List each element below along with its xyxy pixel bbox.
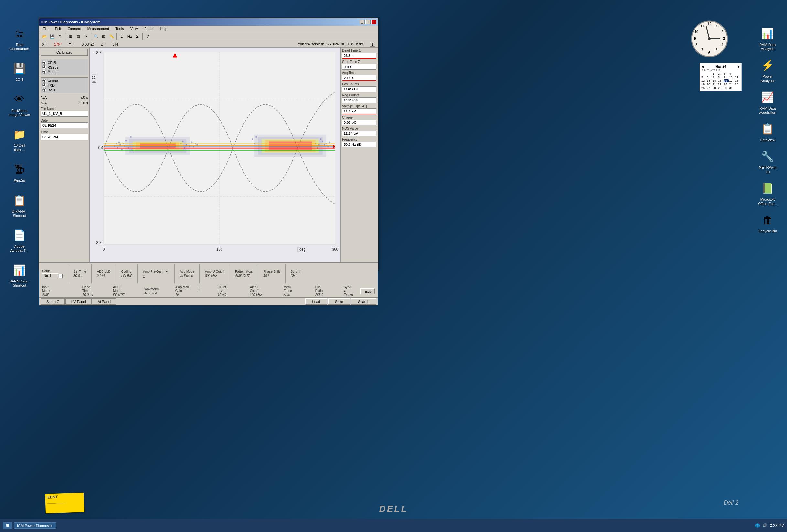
taskbar-sound-icon: 🔊 — [762, 523, 767, 528]
minimize-button[interactable]: _ — [360, 20, 365, 24]
phase-shift-group: Phase Shift 30 ° — [263, 270, 280, 278]
icon-rvm-analysis[interactable]: 📊 RVM DataAnalysis — [755, 26, 781, 51]
menu-panel[interactable]: Panel — [142, 26, 155, 31]
file-name-value: U1_1_KV_B — [41, 111, 88, 117]
toolbar-measure-icon[interactable]: 📏 — [108, 33, 115, 40]
clock-widget: 12 3 6 9 1 2 4 5 7 8 10 11 — [690, 19, 732, 61]
toolbar-print-icon[interactable]: 🖨 — [56, 33, 63, 40]
amp-u-cutoff-group: Amp U Cutoff 800 kHz — [205, 270, 225, 278]
setup-value[interactable]: No. 1 — [42, 273, 58, 278]
mem-erase-label: Mem Erase — [283, 285, 299, 292]
setup-checkbox[interactable]: ✓ — [59, 274, 63, 278]
rs232-radio[interactable]: RS232 — [42, 65, 86, 69]
icon-dataview[interactable]: 📋 DataView — [755, 121, 781, 142]
icon-adobe[interactable]: 📄 AdobeAcrobat 7... — [6, 227, 32, 253]
amp-u-cutoff-value: 800 kHz — [205, 274, 225, 278]
menu-tools[interactable]: Tools — [113, 26, 126, 31]
toolbar-chart2-icon[interactable]: ▤ — [75, 33, 82, 40]
coding-group: Coding LIN BIP — [121, 270, 132, 278]
icon-metrawin[interactable]: 🔧 METRAwin10 — [755, 149, 781, 174]
dead-time-label: Dead Time Σ — [342, 49, 376, 52]
menu-file[interactable]: File — [41, 26, 50, 31]
dirana-label: DIRANA -Shortcut — [12, 209, 27, 218]
toolbar-sigma-icon[interactable]: Σ — [134, 33, 141, 40]
total-commander-icon: 🗂 — [12, 26, 27, 41]
toolbar-wave-icon[interactable]: 〜 — [82, 33, 89, 40]
adc-lld-group: ADC LLD 2.0 % — [97, 270, 110, 278]
setup-g-tab[interactable]: Setup G — [41, 298, 65, 305]
toolbar-open-icon[interactable]: 📂 — [41, 33, 48, 40]
icon-sfra[interactable]: 📊 SFRA Data -Shortcut — [6, 262, 32, 288]
toolbar-save-icon[interactable]: 💾 — [48, 33, 56, 40]
txd-radio[interactable]: TXD — [42, 83, 86, 87]
icon-winzip[interactable]: 🗜 WinZip — [6, 162, 32, 183]
txd-label: TXD — [47, 83, 55, 87]
icon-total-commander[interactable]: 🗂 Total Commander — [6, 26, 32, 51]
bottom-panel: Setup No. 1 ✓ Set Time 30.0 s ADC LLD 2.… — [39, 262, 378, 304]
adobe-icon: 📄 — [12, 227, 27, 243]
coding-label: Coding — [121, 270, 132, 273]
taskbar-icm[interactable]: ICM Power Diagnostix — [14, 522, 56, 529]
hv-panel-tab[interactable]: HV Panel — [65, 298, 91, 305]
toolbar-help-icon[interactable]: ? — [144, 33, 151, 40]
nqs-value: 22.24 uA — [342, 131, 376, 136]
svg-point-56 — [322, 140, 323, 142]
voltage-value: 11.0 kV — [342, 108, 376, 114]
toolbar-freq-icon[interactable]: Hz — [126, 33, 133, 40]
icon-power-analyser[interactable]: ⚡ PowerAnalyser — [755, 58, 781, 83]
desktop-icons-left: 🗂 Total Commander 💾 EC-5 👁 FastStoneImag… — [6, 26, 32, 288]
menu-view[interactable]: View — [128, 26, 140, 31]
ec5-icon: 💾 — [12, 61, 27, 76]
menu-help[interactable]: Help — [158, 26, 169, 31]
amp-u-cutoff-label: Amp U Cutoff — [205, 270, 225, 273]
online-radio[interactable]: Online — [42, 79, 86, 83]
dirana-icon: 📋 — [12, 193, 27, 208]
div-ratio-value: 255.0 — [315, 293, 327, 297]
exit-button[interactable]: Exit — [360, 288, 375, 294]
load-button[interactable]: Load — [305, 298, 327, 305]
icon-dirana[interactable]: 📋 DIRANA -Shortcut — [6, 193, 32, 218]
adc-mode-group: ADC Mode FP NRT — [113, 285, 128, 297]
maximize-button[interactable]: □ — [365, 20, 370, 24]
close-button[interactable]: × — [371, 20, 376, 24]
icon-ms-office[interactable]: 📗 MicrosoftOffice Exc... — [755, 181, 781, 206]
calibrated-button[interactable]: Calibrated — [41, 49, 88, 56]
connection-group: GPIB RS232 Modem — [41, 59, 88, 75]
toolbar-phase-icon[interactable]: φ — [118, 33, 125, 40]
icon-recycle-bin[interactable]: 🗑 Recycle Bin — [755, 212, 781, 234]
icon-faststone[interactable]: 👁 FastStoneImage Viewer — [6, 92, 32, 117]
sync-in-group: Sync In CH 1 — [291, 270, 301, 278]
icon-rvm-acq[interactable]: 📈 RVM DataAcquisition — [755, 90, 781, 115]
txd-radio-dot — [42, 83, 46, 87]
icon-10dell[interactable]: 📁 10 Delldata ... — [6, 127, 32, 152]
save-button[interactable]: Save — [328, 298, 350, 305]
toolbar-sep1 — [65, 33, 65, 40]
mem-erase-group: Mem Erase Auto — [283, 285, 299, 297]
start-button[interactable]: ⊞ — [3, 522, 12, 529]
modem-radio[interactable]: Modem — [42, 70, 86, 74]
toolbar-fit-icon[interactable]: ⊞ — [100, 33, 107, 40]
amp-pre-gain-plus[interactable]: + — [165, 270, 169, 274]
ms-office-icon: 📗 — [760, 181, 775, 196]
menu-measurement[interactable]: Measurement — [85, 26, 111, 31]
svg-point-61 — [320, 138, 321, 140]
search-button[interactable]: Search — [351, 298, 376, 305]
amp-main-gain-minus[interactable]: - — [197, 287, 201, 291]
toolbar-sep4 — [142, 33, 143, 40]
menu-connect[interactable]: Connect — [66, 26, 83, 31]
at-panel-tab[interactable]: At Panel — [92, 298, 117, 305]
taskbar-time: 3:28 PM — [770, 523, 784, 528]
menu-edit[interactable]: Edit — [53, 26, 63, 31]
toolbar-zoom-icon[interactable]: 🔍 — [92, 33, 100, 40]
toolbar-chart-icon[interactable]: ▦ — [67, 33, 74, 40]
dead-time-bottom-group: Dead Time 10.0 µs — [82, 285, 97, 297]
taskbar-system-icons: 🌐 🔊 3:28 PM — [755, 523, 784, 528]
rxd-radio[interactable]: RXD — [42, 88, 86, 92]
icon-ec5[interactable]: 💾 EC-5 — [6, 61, 32, 82]
dataview-label: DataView — [760, 138, 775, 142]
recycle-bin-icon: 🗑 — [760, 212, 775, 228]
sticky-note-line2: ___________ — [46, 500, 67, 504]
rxd-label: RXD — [47, 88, 55, 92]
online-label: Online — [47, 79, 58, 83]
gpib-radio[interactable]: GPIB — [42, 61, 86, 65]
